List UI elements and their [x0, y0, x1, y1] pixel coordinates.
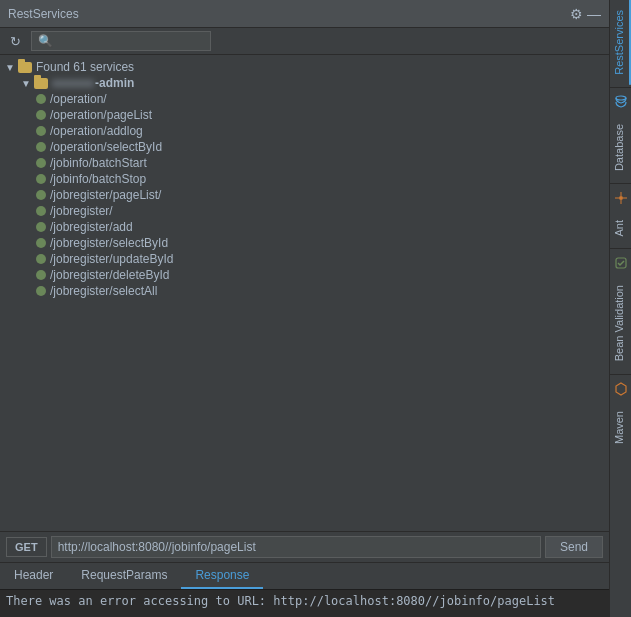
sidebar-tab-ant[interactable]: Ant: [610, 210, 631, 247]
subfolder-icon: [34, 78, 48, 89]
main-panel: RestServices ⚙ — ↻ ▼ Found 61 services ▼…: [0, 0, 609, 617]
list-item[interactable]: /operation/addlog: [0, 123, 609, 139]
right-sidebar: RestServices Database Ant Bean Validatio…: [609, 0, 631, 617]
list-item[interactable]: /jobinfo/batchStop: [0, 171, 609, 187]
item-label: /jobinfo/batchStart: [50, 156, 147, 170]
endpoint-icon: [36, 94, 46, 104]
endpoint-icon: [36, 110, 46, 120]
sidebar-tab-beanvalidation[interactable]: Bean Validation: [610, 275, 631, 371]
error-text: There was an error accessing to URL: htt…: [6, 594, 555, 608]
collapse-arrow: ▼: [4, 62, 16, 73]
tabs-bar: Header RequestParams Response: [0, 562, 609, 589]
refresh-icon: ↻: [10, 34, 21, 49]
list-item[interactable]: /jobregister/: [0, 203, 609, 219]
sidebar-separator: [610, 374, 631, 375]
list-item[interactable]: /jobregister/selectAll: [0, 283, 609, 299]
item-label: /operation/pageList: [50, 108, 152, 122]
method-label[interactable]: GET: [6, 537, 47, 557]
url-bar: GET Send: [0, 531, 609, 562]
svg-point-0: [616, 96, 626, 100]
item-label: /jobregister/selectAll: [50, 284, 157, 298]
toolbar: ↻: [0, 28, 609, 55]
subroot-label: -admin: [95, 76, 134, 90]
item-label: /jobregister/pageList/: [50, 188, 161, 202]
root-label: Found 61 services: [36, 60, 134, 74]
title-bar-left: RestServices: [8, 7, 79, 21]
title-bar-icons: ⚙ —: [570, 6, 601, 22]
svg-point-1: [619, 196, 623, 200]
sidebar-label-restservices: RestServices: [613, 10, 625, 75]
endpoint-icon: [36, 126, 46, 136]
item-label: /operation/addlog: [50, 124, 143, 138]
tab-response[interactable]: Response: [181, 563, 263, 589]
gear-icon[interactable]: ⚙: [570, 6, 583, 22]
tab-requestparams[interactable]: RequestParams: [67, 563, 181, 589]
list-item[interactable]: /jobregister/deleteById: [0, 267, 609, 283]
tab-header[interactable]: Header: [0, 563, 67, 589]
item-label: /operation/: [50, 92, 107, 106]
list-item[interactable]: /operation/: [0, 91, 609, 107]
item-label: /jobregister/add: [50, 220, 133, 234]
tree-root[interactable]: ▼ Found 61 services: [0, 59, 609, 75]
endpoint-icon: [36, 174, 46, 184]
sidebar-label-database: Database: [613, 124, 625, 171]
blurred-prefix: xxxxxxx: [52, 76, 94, 90]
list-item[interactable]: /jobregister/updateById: [0, 251, 609, 267]
tree-subroot[interactable]: ▼ xxxxxxx -admin: [0, 75, 609, 91]
folder-icon: [18, 62, 32, 73]
endpoint-icon: [36, 142, 46, 152]
error-area: There was an error accessing to URL: htt…: [0, 589, 609, 617]
item-label: /operation/selectById: [50, 140, 162, 154]
sidebar-ant-icon[interactable]: [611, 188, 631, 208]
list-item[interactable]: /jobregister/pageList/: [0, 187, 609, 203]
search-input[interactable]: [31, 31, 211, 51]
endpoint-icon: [36, 190, 46, 200]
sidebar-database-icon[interactable]: [611, 92, 631, 112]
item-label: /jobregister/updateById: [50, 252, 173, 266]
endpoint-icon: [36, 270, 46, 280]
list-item[interactable]: /operation/selectById: [0, 139, 609, 155]
sidebar-maven-icon[interactable]: [611, 379, 631, 399]
send-button[interactable]: Send: [545, 536, 603, 558]
sidebar-separator: [610, 87, 631, 88]
sidebar-separator: [610, 248, 631, 249]
sidebar-tab-maven[interactable]: Maven: [610, 401, 631, 454]
endpoint-icon: [36, 254, 46, 264]
item-label: /jobregister/deleteById: [50, 268, 169, 282]
sidebar-separator: [610, 183, 631, 184]
endpoint-icon: [36, 286, 46, 296]
sidebar-beanvalidation-icon[interactable]: [611, 253, 631, 273]
list-item[interactable]: /jobinfo/batchStart: [0, 155, 609, 171]
sidebar-label-beanvalidation: Bean Validation: [613, 285, 625, 361]
subroot-arrow: ▼: [20, 78, 32, 89]
endpoint-icon: [36, 206, 46, 216]
endpoint-icon: [36, 158, 46, 168]
list-item[interactable]: /jobregister/selectById: [0, 235, 609, 251]
sidebar-tab-restservices[interactable]: RestServices: [610, 0, 631, 85]
list-item[interactable]: /operation/pageList: [0, 107, 609, 123]
endpoint-icon: [36, 238, 46, 248]
sidebar-label-maven: Maven: [613, 411, 625, 444]
panel-title: RestServices: [8, 7, 79, 21]
item-label: /jobregister/: [50, 204, 113, 218]
list-item[interactable]: /jobregister/add: [0, 219, 609, 235]
refresh-button[interactable]: ↻: [6, 32, 25, 51]
tree-area[interactable]: ▼ Found 61 services ▼ xxxxxxx -admin /op…: [0, 55, 609, 531]
minimize-icon[interactable]: —: [587, 6, 601, 22]
sidebar-label-ant: Ant: [613, 220, 625, 237]
item-label: /jobinfo/batchStop: [50, 172, 146, 186]
url-input[interactable]: [51, 536, 541, 558]
item-label: /jobregister/selectById: [50, 236, 168, 250]
title-bar: RestServices ⚙ —: [0, 0, 609, 28]
sidebar-tab-database[interactable]: Database: [610, 114, 631, 181]
endpoint-icon: [36, 222, 46, 232]
